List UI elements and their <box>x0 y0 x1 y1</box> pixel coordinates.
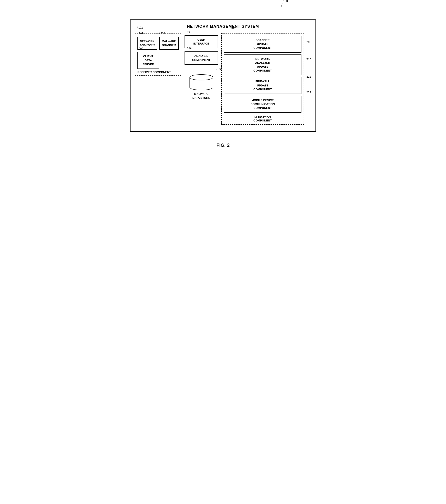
ref-210-label: 210 <box>306 58 311 61</box>
scanner-update-label: SCANNERUPDATECOMPONENT <box>253 38 272 50</box>
system-box: NETWORK MANAGEMENT SYSTEM / 102 <box>130 19 316 132</box>
ref-100-arrow: / <box>281 3 283 8</box>
analysis-component-label: ANALYSISCOMPONENT <box>192 54 211 61</box>
datastore-wrapper: / 106 MALWAREDATA STORE <box>184 72 218 100</box>
network-analyzer-label: NETWORKANALYZER <box>140 39 155 47</box>
user-interface-label: USERINTERFACE <box>193 38 209 45</box>
ref-210-row: / 210 <box>306 50 311 69</box>
page-wrapper: 100 / NETWORK MANAGEMENT SYSTEM / 102 <box>130 9 316 148</box>
receiver-component-label: RECEIVER COMPONENT <box>137 71 171 74</box>
network-analyzer-update-box: NETWORKANALYZERUPDATECOMPONENT <box>224 54 302 75</box>
ref-202: / 202 <box>137 32 143 35</box>
ref-212-row: / 212 <box>306 69 311 84</box>
client-data-server-wrapper: / 206 CLIENTDATASERVER <box>137 52 179 69</box>
ref-206: / 206 <box>137 47 143 50</box>
cylinder-top <box>190 74 213 80</box>
figure-caption: FIG. 2 <box>216 143 230 148</box>
ref-214-label: 214 <box>306 90 311 94</box>
receiver-top-row: / 202 NETWORKANALYZER / 204 <box>137 37 179 50</box>
ref-102: / 102 <box>137 26 143 29</box>
mitigation-box: SCANNERUPDATECOMPONENT NETWORKANALYZERUP… <box>221 33 304 125</box>
ref-104: / 104 <box>186 47 192 50</box>
ref-212-label: 212 <box>306 75 311 78</box>
receiver-box: / 202 NETWORKANALYZER / 204 <box>135 33 181 76</box>
malware-datastore-label: MALWAREDATA STORE <box>193 92 210 100</box>
scanner-update-box: SCANNERUPDATECOMPONENT <box>224 36 302 53</box>
ref-100-label: 100 <box>283 0 288 3</box>
ref-208-label: 208 <box>306 40 311 44</box>
ref-108: / 108 <box>186 31 192 34</box>
cylinder-shape <box>190 74 213 90</box>
ref-204: / 204 <box>159 32 165 35</box>
client-data-server-label: CLIENTDATASERVER <box>143 55 154 66</box>
mobile-device-label: MOBILE DEVICECOMMUNICATIONCOMPONENT <box>250 99 275 109</box>
malware-scanner-box: MALWARESCANNER <box>159 37 179 50</box>
ref-214-row: / 214 <box>306 84 311 100</box>
client-data-server-box: CLIENTDATASERVER <box>137 52 159 69</box>
user-interface-box: USERINTERFACE <box>184 35 218 48</box>
network-analyzer-update-label: NETWORKANALYZERUPDATECOMPONENT <box>253 57 272 72</box>
mitigation-section: / 110 SCANNERUPDATECOMPONENT <box>221 33 311 125</box>
mitigation-component-label: MITIGATIONCOMPONENT <box>224 114 302 122</box>
malware-scanner-wrapper: / 204 MALWARESCANNER <box>159 37 179 50</box>
analysis-wrapper: / 104 ANALYSISCOMPONENT <box>184 52 218 64</box>
mitigation-inner: SCANNERUPDATECOMPONENT NETWORKANALYZERUP… <box>224 36 302 122</box>
mobile-device-box: MOBILE DEVICECOMMUNICATIONCOMPONENT <box>224 96 302 113</box>
receiver-section: / 102 / 202 NETWORKANALYZER <box>135 33 181 76</box>
malware-scanner-label: MALWARESCANNER <box>162 39 176 47</box>
analysis-component-box: ANALYSISCOMPONENT <box>184 52 218 64</box>
right-refs: / 208 / 210 / 212 <box>304 33 311 100</box>
firewall-update-box: FIREWALLUPDATECOMPONENT <box>224 77 302 94</box>
ui-wrapper: / 108 USERINTERFACE <box>184 35 218 48</box>
firewall-update-label: FIREWALLUPDATECOMPONENT <box>253 80 272 91</box>
ref-208-row: / 208 <box>306 34 311 50</box>
malware-datastore-cylinder: MALWAREDATA STORE <box>184 74 218 100</box>
middle-section: / 108 USERINTERFACE / 104 ANALYSISCOMPON… <box>184 33 218 100</box>
system-title: NETWORK MANAGEMENT SYSTEM <box>135 24 311 29</box>
ref-110: / 110 <box>230 26 236 29</box>
